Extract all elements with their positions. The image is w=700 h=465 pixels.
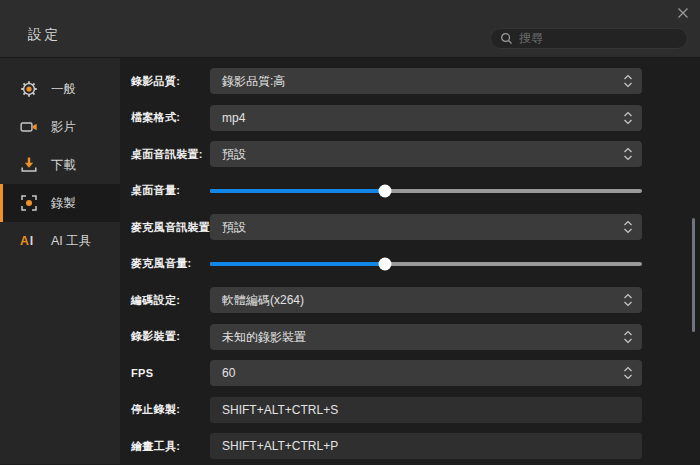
file-format-dropdown[interactable]: mp4 <box>210 105 642 131</box>
sidebar-item-video[interactable]: 影片 <box>0 108 120 146</box>
setting-row-encoder-setting: 編碼設定:軟體編碼(x264) <box>120 287 700 313</box>
slider-fill <box>210 189 385 193</box>
field-label-fps: FPS <box>120 367 210 379</box>
download-icon <box>20 156 38 174</box>
sidebar-item-download[interactable]: 下載 <box>0 146 120 184</box>
updown-chevron-icon <box>623 220 633 234</box>
field-label-mic-volume: 麥克風音量: <box>120 256 210 271</box>
updown-chevron-icon <box>623 74 633 88</box>
updown-chevron-icon <box>623 147 633 161</box>
setting-row-paint-tool-hotkey: 繪畫工具:SHIFT+ALT+CTRL+P <box>120 433 700 459</box>
field-label-desktop-volume: 桌面音量: <box>120 183 210 198</box>
sidebar-item-label: 下載 <box>51 157 76 174</box>
desktop-audio-device-value: 預設 <box>210 141 642 167</box>
setting-row-record-device: 錄影裝置:未知的錄影裝置 <box>120 324 700 350</box>
paint-tool-hotkey-value: SHIFT+ALT+CTRL+P <box>210 433 642 459</box>
slider-fill <box>210 262 385 266</box>
gear-icon <box>20 80 38 98</box>
stop-record-hotkey-input[interactable]: SHIFT+ALT+CTRL+S <box>210 397 642 423</box>
mic-volume-slider[interactable] <box>210 251 642 277</box>
fps-dropdown[interactable]: 60 <box>210 360 642 386</box>
updown-chevron-icon <box>623 330 633 344</box>
sidebar-item-label: AI 工具 <box>51 233 91 250</box>
search-input[interactable]: 搜尋 <box>490 28 688 49</box>
mic-audio-device-dropdown[interactable]: 預設 <box>210 214 642 240</box>
desktop-audio-device-dropdown[interactable]: 預設 <box>210 141 642 167</box>
setting-row-desktop-volume: 桌面音量: <box>120 178 700 204</box>
ai-icon: AI <box>20 232 38 250</box>
svg-text:A: A <box>20 235 29 249</box>
field-label-file-format: 檔案格式: <box>120 110 210 125</box>
field-label-record-device: 錄影裝置: <box>120 329 210 344</box>
record-device-value: 未知的錄影裝置 <box>210 324 642 350</box>
desktop-volume-slider[interactable] <box>210 178 642 204</box>
stop-record-hotkey-value: SHIFT+ALT+CTRL+S <box>210 397 642 423</box>
sidebar-item-record[interactable]: 錄製 <box>0 184 120 222</box>
setting-row-mic-audio-device: 麥克風音訊裝置:預設 <box>120 214 700 240</box>
field-label-paint-tool-hotkey: 繪畫工具: <box>120 439 210 454</box>
sidebar-item-label: 一般 <box>51 81 76 98</box>
field-label-record-quality: 錄影品質: <box>120 74 210 89</box>
search-placeholder: 搜尋 <box>519 30 543 47</box>
sidebar-item-label: 錄製 <box>51 195 76 212</box>
updown-chevron-icon <box>623 111 633 125</box>
sidebar-item-ai-tools[interactable]: AIAI 工具 <box>0 222 120 260</box>
sidebar-item-label: 影片 <box>51 119 76 136</box>
dialog-body: 一般影片下載錄製AIAI 工具 錄影品質:錄影品質:高檔案格式:mp4桌面音訊裝… <box>0 58 700 464</box>
setting-row-file-format: 檔案格式:mp4 <box>120 105 700 131</box>
updown-chevron-icon <box>623 366 633 380</box>
settings-window: 設定 搜尋 一般影片下載錄製AIAI 工具 錄影品質:錄影品質:高檔案格式:mp… <box>0 0 700 465</box>
slider-track[interactable] <box>210 189 642 193</box>
desktop-volume-slider-thumb[interactable] <box>378 184 391 197</box>
field-label-mic-audio-device: 麥克風音訊裝置: <box>120 220 210 235</box>
setting-row-record-quality: 錄影品質:錄影品質:高 <box>120 68 700 94</box>
encoder-setting-dropdown[interactable]: 軟體編碼(x264) <box>210 287 642 313</box>
mic-audio-device-value: 預設 <box>210 214 642 240</box>
window-title: 設定 <box>28 26 61 44</box>
title-bar: 設定 搜尋 <box>0 0 700 58</box>
sidebar: 一般影片下載錄製AIAI 工具 <box>0 58 120 464</box>
file-format-value: mp4 <box>210 105 642 131</box>
paint-tool-hotkey-input[interactable]: SHIFT+ALT+CTRL+P <box>210 433 642 459</box>
video-icon <box>20 118 38 136</box>
sidebar-item-general[interactable]: 一般 <box>0 70 120 108</box>
search-icon <box>500 32 513 45</box>
setting-row-mic-volume: 麥克風音量: <box>120 251 700 277</box>
updown-chevron-icon <box>623 293 633 307</box>
settings-panel: 錄影品質:錄影品質:高檔案格式:mp4桌面音訊裝置:預設桌面音量:麥克風音訊裝置… <box>120 58 700 464</box>
field-label-encoder-setting: 編碼設定: <box>120 293 210 308</box>
svg-text:I: I <box>30 235 33 249</box>
record-device-dropdown[interactable]: 未知的錄影裝置 <box>210 324 642 350</box>
encoder-setting-value: 軟體編碼(x264) <box>210 287 642 313</box>
record-icon <box>20 194 38 212</box>
vertical-scrollbar-thumb[interactable] <box>692 218 695 332</box>
close-icon[interactable] <box>673 3 693 23</box>
mic-volume-slider-thumb[interactable] <box>378 257 391 270</box>
record-quality-dropdown[interactable]: 錄影品質:高 <box>210 68 642 94</box>
field-label-desktop-audio-device: 桌面音訊裝置: <box>120 147 210 162</box>
setting-row-fps: FPS60 <box>120 360 700 386</box>
record-quality-value: 錄影品質:高 <box>210 68 642 94</box>
fps-value: 60 <box>210 360 642 386</box>
setting-row-stop-record-hotkey: 停止錄製:SHIFT+ALT+CTRL+S <box>120 397 700 423</box>
field-label-stop-record-hotkey: 停止錄製: <box>120 402 210 417</box>
setting-row-desktop-audio-device: 桌面音訊裝置:預設 <box>120 141 700 167</box>
slider-track[interactable] <box>210 262 642 266</box>
